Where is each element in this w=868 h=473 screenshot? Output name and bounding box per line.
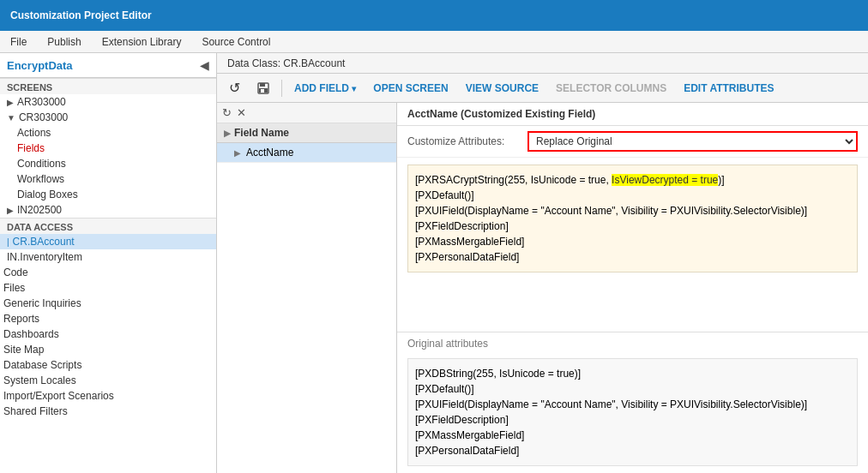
shared-filters-label: Shared Filters — [3, 405, 68, 417]
sidebar-item-generic-inquiries[interactable]: Generic Inquiries — [0, 296, 216, 311]
orig-code-line-4: [PXFieldDescription] — [415, 412, 850, 428]
site-map-label: Site Map — [3, 344, 44, 356]
delete-button[interactable]: ✕ — [237, 106, 246, 119]
data-class-bar: Data Class: CR.BAccount — [217, 53, 868, 74]
code-label: Code — [3, 266, 28, 278]
customize-select[interactable]: Replace Original Extend Original Do Not … — [527, 131, 858, 152]
sidebar-item-actions[interactable]: Actions — [0, 125, 216, 141]
svg-rect-3 — [261, 89, 264, 93]
field-row-expand-icon: ▶ — [234, 148, 241, 158]
app-title: Customization Project Editor — [10, 9, 152, 21]
undo-button[interactable]: ↺ — [224, 78, 245, 98]
svg-rect-1 — [260, 83, 265, 87]
sidebar-item-in-inventoryitem[interactable]: IN.InventoryItem — [0, 249, 216, 265]
view-source-button[interactable]: VIEW SOURCE — [461, 81, 544, 96]
import-export-label: Import/Export Scenarios — [3, 390, 114, 402]
ar303000-label: AR303000 — [17, 96, 66, 108]
sidebar-item-dashboards[interactable]: Dashboards — [0, 326, 216, 342]
sidebar-item-system-locales[interactable]: System Locales — [0, 373, 216, 388]
expand-icon: ▶ — [7, 206, 14, 215]
data-access-section-header: DATA ACCESS — [0, 218, 216, 234]
highlight-text: IsViewDecrypted = true — [612, 174, 718, 186]
original-code-block: [PXDBString(255, IsUnicode = true)] [PXD… — [407, 358, 858, 466]
fields-toolbar: ↻ ✕ — [217, 103, 396, 123]
selector-columns-button[interactable]: SELECTOR COLUMNS — [551, 81, 672, 96]
customize-attributes-row: Customize Attributes: Replace Original E… — [397, 126, 868, 158]
orig-code-line-1: [PXDBString(255, IsUnicode = true)] — [415, 366, 850, 381]
sidebar-collapse-button[interactable]: ◀ — [200, 58, 209, 72]
code-line-4: [PXFieldDescription] — [415, 219, 850, 234]
in-inventoryitem-label: IN.InventoryItem — [7, 251, 82, 263]
dialog-boxes-label: Dialog Boxes — [17, 189, 78, 201]
field-acctname-label: AcctName — [246, 147, 293, 159]
sidebar-item-files[interactable]: Files — [0, 280, 216, 296]
orig-code-line-6: [PXPersonalDataField] — [415, 443, 850, 458]
menu-source-control[interactable]: Source Control — [198, 34, 274, 50]
customized-code-block: [PXRSACryptString(255, IsUnicode = true,… — [407, 165, 858, 272]
code-line-5: [PXMassMergableField] — [415, 234, 850, 249]
expand-icon: ▼ — [7, 113, 15, 123]
col-expand-icon: ▶ — [224, 129, 231, 138]
workflows-label: Workflows — [17, 173, 64, 185]
sidebar-item-shared-filters[interactable]: Shared Filters — [0, 404, 216, 419]
sidebar-item-workflows[interactable]: Workflows — [0, 171, 216, 187]
customize-label: Customize Attributes: — [407, 135, 527, 147]
field-col-label: Field Name — [234, 127, 289, 139]
sidebar-item-in202500[interactable]: ▶ IN202500 — [0, 202, 216, 218]
refresh-button[interactable]: ↻ — [222, 106, 232, 119]
expand-icon: ▶ — [7, 98, 14, 107]
orig-code-line-5: [PXMassMergableField] — [415, 428, 850, 443]
sidebar-item-database-scripts[interactable]: Database Scripts — [0, 357, 216, 373]
original-attributes-label: Original attributes — [397, 332, 868, 355]
sidebar-item-ar303000[interactable]: ▶ AR303000 — [0, 94, 216, 110]
field-row-acctname[interactable]: ▶ AcctName — [217, 143, 396, 163]
cr303000-label: CR303000 — [19, 111, 68, 123]
sidebar-title: EncryptData — [7, 59, 73, 72]
data-class-label: Data Class: CR.BAccount — [227, 57, 345, 69]
menu-bar: File Publish Extension Library Source Co… — [0, 31, 868, 53]
sidebar: EncryptData ◀ SCREENS ▶ AR303000 ▼ CR303… — [0, 53, 217, 473]
conditions-label: Conditions — [17, 158, 66, 170]
code-line-2: [PXDefault()] — [415, 188, 850, 203]
code-line-3: [PXUIField(DisplayName = "Account Name",… — [415, 203, 850, 219]
main-layout: EncryptData ◀ SCREENS ▶ AR303000 ▼ CR303… — [0, 53, 868, 473]
sidebar-item-code[interactable]: Code — [0, 265, 216, 280]
sidebar-item-site-map[interactable]: Site Map — [0, 342, 216, 357]
generic-inquiries-label: Generic Inquiries — [3, 297, 81, 309]
content-area: Data Class: CR.BAccount ↺ ADD FIELD ▾ OP… — [217, 53, 868, 473]
sidebar-item-cr303000[interactable]: ▼ CR303000 — [0, 110, 216, 125]
toolbar: ↺ ADD FIELD ▾ OPEN SCREEN VIEW SOURCE SE… — [217, 74, 868, 103]
save-button[interactable] — [252, 81, 274, 96]
code-line-6: [PXPersonalDataField] — [415, 249, 850, 265]
in202500-label: IN202500 — [17, 204, 62, 216]
toolbar-divider-1 — [281, 80, 282, 97]
attr-header: AcctName (Customized Existing Field) — [397, 103, 868, 126]
fields-panel: ↻ ✕ ▶ Field Name ▶ AcctName — [217, 103, 397, 473]
split-pane: ↻ ✕ ▶ Field Name ▶ AcctName AcctName (Cu… — [217, 103, 868, 473]
menu-publish[interactable]: Publish — [44, 34, 84, 50]
sidebar-item-conditions[interactable]: Conditions — [0, 156, 216, 171]
sidebar-header: EncryptData ◀ — [0, 53, 216, 78]
orig-code-line-3: [PXUIField(DisplayName = "Account Name",… — [415, 397, 850, 412]
edit-attributes-button[interactable]: EDIT ATTRIBUTES — [678, 81, 779, 96]
menu-file[interactable]: File — [7, 34, 30, 50]
sidebar-item-import-export[interactable]: Import/Export Scenarios — [0, 388, 216, 404]
open-screen-button[interactable]: OPEN SCREEN — [368, 81, 453, 96]
add-field-button[interactable]: ADD FIELD ▾ — [289, 81, 361, 96]
fields-label: Fields — [17, 142, 45, 154]
title-bar: Customization Project Editor — [0, 0, 868, 31]
code-line-1: [PXRSACryptString(255, IsUnicode = true,… — [415, 172, 850, 188]
field-column-header: ▶ Field Name — [217, 123, 396, 143]
sidebar-bar-icon: | — [7, 237, 9, 247]
sidebar-item-cr-baccount[interactable]: | CR.BAccount — [0, 234, 216, 249]
sidebar-item-fields[interactable]: Fields — [0, 141, 216, 156]
sidebar-item-dialog-boxes[interactable]: Dialog Boxes — [0, 187, 216, 202]
screens-section-header: SCREENS — [0, 78, 216, 94]
sidebar-item-reports[interactable]: Reports — [0, 311, 216, 326]
dashboards-label: Dashboards — [3, 328, 59, 340]
orig-code-line-2: [PXDefault()] — [415, 381, 850, 397]
menu-extension-library[interactable]: Extension Library — [99, 34, 185, 50]
actions-label: Actions — [17, 127, 51, 139]
database-scripts-label: Database Scripts — [3, 359, 81, 371]
cr-baccount-label: CR.BAccount — [13, 236, 75, 248]
